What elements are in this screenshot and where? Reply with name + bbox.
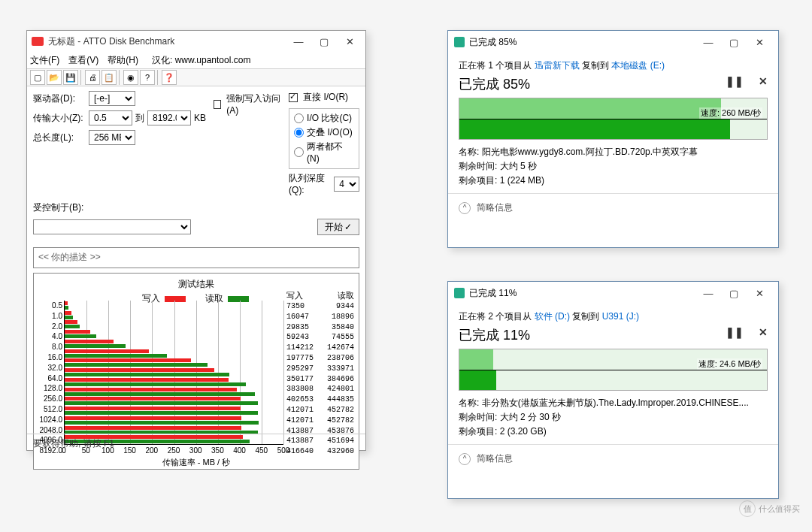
atto-window: 无标题 - ATTO Disk Benchmark — ▢ ✕ 文件(F) 查看… [26,30,366,451]
copy1-time: 剩余时间: 大约 5 秒 [459,160,768,173]
kb-label: KB [194,113,206,123]
io-group: I/O 比较(C) 交叠 I/O(O) 两者都不(N) [289,108,359,169]
copy2-dst-link[interactable]: U391 (J:) [602,311,639,322]
copy2-cancel-button[interactable]: ✕ [759,326,768,338]
copy2-time: 剩余时间: 大约 2 分 30 秒 [459,411,768,424]
total-label: 总长度(L): [33,131,86,144]
drive-label: 驱动器(D): [33,92,86,105]
copy1-percent: 已完成 85% ❚❚✕ [459,75,768,93]
io-compare-radio[interactable] [294,113,304,123]
copy1-moving-line: 正在将 1 个项目从 迅雷新下载 复制到 本地磁盘 (E:) [459,59,768,72]
copy1-minimize-button[interactable]: — [695,34,721,50]
chart-xaxis-label: 传输速率 - MB / 秒 [34,457,359,468]
copy2-percent: 已完成 11% ❚❚✕ [459,326,768,344]
window-title: 无标题 - ATTO Disk Benchmark [48,35,286,48]
copy2-progress: 速度: 24.6 MB/秒 [459,349,768,391]
copy-dialog-2: 已完成 11% — ▢ ✕ 正在将 2 个项目从 软件 (D:) 复制到 U39… [447,281,779,499]
xfer-label: 传输大小(Z): [33,112,86,125]
chevron-up-icon: ^ [459,202,471,214]
copy-dialog-1: 已完成 85% — ▢ ✕ 正在将 1 个项目从 迅雷新下载 复制到 本地磁盘 … [447,30,779,248]
copy-icon [454,37,465,47]
qd-label: 队列深度(Q): [289,172,331,195]
copy-icon [454,288,465,298]
qd-select[interactable]: 4 [334,177,359,192]
xfer-from-select[interactable]: 0.5 [89,110,132,125]
start-button[interactable]: 开始✓ [317,219,359,235]
chart-title: 测试结果 [35,278,357,291]
copy2-pause-button[interactable]: ❚❚ [726,326,744,338]
copy2-maximize-button[interactable]: ▢ [721,285,747,301]
io-overlap-radio[interactable] [294,128,304,138]
copy2-speed: 速度: 24.6 MB/秒 [697,358,762,370]
copy2-minimize-button[interactable]: — [695,285,721,301]
settings-panel: 驱动器(D): [-e-] 传输大小(Z): 0.5 到 8192.0 KB 总… [27,86,365,244]
print-icon[interactable]: 🖨 [85,70,100,85]
copy1-progress: 速度: 260 MB/秒 [459,98,768,140]
copy1-brief-toggle[interactable]: ^简略信息 [448,193,778,222]
toolbar: ▢ 📂 💾 🖨 📋 ◉ ? ❓ [27,68,365,86]
minimize-button[interactable]: — [286,33,311,50]
ctrl-select[interactable] [33,219,191,234]
chevron-up-icon: ^ [459,453,471,465]
total-select[interactable]: 256 MB [89,130,135,145]
xfer-to-select[interactable]: 8192.0 [147,110,191,125]
copy1-src-link[interactable]: 迅雷新下载 [535,60,580,71]
help-icon[interactable]: ❓ [162,70,177,85]
ctrl-label: 受控制于(B): [33,201,86,214]
copy1-titlebar[interactable]: 已完成 85% — ▢ ✕ [448,31,778,53]
app-icon [32,37,44,46]
copy1-maximize-button[interactable]: ▢ [721,34,747,50]
to-label: 到 [135,112,144,125]
copy1-pause-button[interactable]: ❚❚ [726,75,744,87]
copy2-name: 名称: 非分熟女(港版蓝光未删节版).The.Lady.Improper.201… [459,397,768,410]
info-icon[interactable]: ? [140,70,155,85]
copy1-close-button[interactable]: ✕ [747,34,772,50]
copy1-title: 已完成 85% [469,36,695,49]
copy2-titlebar[interactable]: 已完成 11% — ▢ ✕ [448,282,778,304]
chart-grid [64,301,283,445]
save-icon[interactable]: 💾 [63,70,78,85]
watermark: 值什么值得买 [739,500,800,517]
new-icon[interactable]: ▢ [30,70,45,85]
copy2-brief-toggle[interactable]: ^简略信息 [448,444,778,473]
force-checkbox[interactable] [214,100,221,109]
chart-values: 写入读取 73509344160471889629835358405924374… [285,290,356,445]
credit-text: 汉化: www.upantool.com [152,54,250,67]
copy2-title: 已完成 11% [469,287,695,300]
copy2-close-button[interactable]: ✕ [747,285,772,301]
copy1-cancel-button[interactable]: ✕ [759,75,768,87]
start-icon[interactable]: ◉ [123,70,138,85]
direct-label: 直接 I/O(R) [303,91,348,104]
copy2-src-link[interactable]: 软件 (D:) [535,311,570,322]
copy1-speed: 速度: 260 MB/秒 [699,107,762,119]
drive-select[interactable]: [-e-] [89,91,135,106]
io-neither-radio[interactable] [294,147,304,157]
description-box[interactable]: << 你的描述 >> [33,247,359,268]
open-icon[interactable]: 📂 [47,70,62,85]
menu-view[interactable]: 查看(V) [68,54,98,67]
copy1-dst-link[interactable]: 本地磁盘 (E:) [611,60,665,71]
menubar: 文件(F) 查看(V) 帮助(H) 汉化: www.upantool.com [27,52,365,68]
force-label: 强制写入访问(A) [226,92,281,116]
direct-checkbox[interactable] [289,93,298,102]
copy1-items: 剩余项目: 1 (224 MB) [459,174,768,187]
status-bar: 要获得帮助, 请按 F1 [27,434,365,450]
copy-icon[interactable]: 📋 [102,70,117,85]
copy2-items: 剩余项目: 2 (3.20 GB) [459,425,768,438]
maximize-button[interactable]: ▢ [311,33,337,50]
menu-file[interactable]: 文件(F) [30,54,59,67]
copy2-moving-line: 正在将 2 个项目从 软件 (D:) 复制到 U391 (J:) [459,310,768,323]
chart-ylabels: 0.51.02.04.08.016.032.064.0128.0256.0512… [35,301,62,445]
copy1-name: 名称: 阳光电影www.ygdy8.com.阿拉丁.BD.720p.中英双字幕 [459,146,768,159]
titlebar[interactable]: 无标题 - ATTO Disk Benchmark — ▢ ✕ [27,31,365,52]
close-button[interactable]: ✕ [337,33,362,50]
menu-help[interactable]: 帮助(H) [108,54,138,67]
